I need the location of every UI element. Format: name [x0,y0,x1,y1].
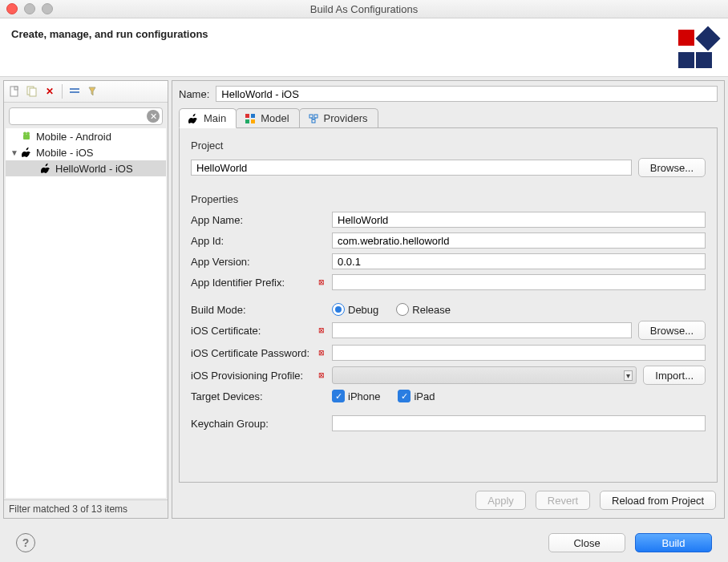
checkbox-label: iPad [414,390,435,402]
tab-main-content: Project Browse... Properties App Name: A… [179,128,718,483]
svg-rect-9 [245,114,249,118]
tab-main[interactable]: Main [179,108,237,128]
apple-icon [188,113,199,124]
help-icon[interactable]: ? [16,533,35,552]
build-button[interactable]: Build [635,533,712,552]
section-title-properties: Properties [191,193,706,205]
svg-rect-1 [14,87,18,90]
app-version-input[interactable] [332,253,706,269]
window-titlebar: Build As Configurations [0,0,728,18]
tab-providers[interactable]: Providers [299,108,378,127]
checkbox-label: iPhone [348,390,380,402]
expand-caret-icon[interactable]: ▼ [10,148,18,157]
app-id-input[interactable] [332,232,706,249]
tab-bar: Main Model Providers [179,107,718,128]
required-marker-icon: ⊠ [317,349,326,357]
close-window-icon[interactable] [6,3,18,14]
apple-icon [39,162,52,175]
target-iphone-checkbox[interactable]: ✓ iPhone [332,390,380,402]
zoom-window-icon[interactable] [42,3,53,14]
keychain-label: Keychain Group: [191,418,311,430]
radio-label: Debug [348,304,378,316]
configuration-editor: Name: Main Model [172,80,725,519]
filter-toggle-button[interactable] [85,84,99,99]
checkbox-icon: ✓ [332,390,345,402]
radio-label: Release [412,304,451,316]
svg-rect-5 [70,91,79,93]
tree-item-helloworld-ios[interactable]: HelloWorld - iOS [6,160,166,176]
svg-point-7 [23,132,26,135]
svg-point-8 [26,132,30,135]
revert-button[interactable]: Revert [536,491,590,510]
svg-rect-6 [23,135,30,139]
app-id-label: App Id: [191,235,311,247]
ios-cert-browse-button[interactable]: Browse... [638,321,706,340]
svg-rect-14 [314,115,317,118]
name-label: Name: [179,88,209,100]
ios-cert-pw-label: iOS Certificate Password: [191,347,311,359]
svg-rect-11 [245,119,249,123]
radio-icon [332,303,345,316]
clear-filter-icon[interactable]: ✕ [147,110,160,123]
dialog-footer: ? Close Build [0,522,728,562]
app-id-prefix-label: App Identifier Prefix: [191,277,311,289]
chevron-down-icon: ▾ [624,370,633,381]
tab-label: Model [261,112,289,124]
tab-label: Main [204,112,226,124]
ios-cert-input[interactable] [332,322,632,338]
new-config-button[interactable] [7,84,22,99]
tree-item-label: Mobile - iOS [36,147,94,159]
project-input[interactable] [191,160,632,176]
apply-button[interactable]: Apply [475,491,526,510]
tab-label: Providers [324,112,368,124]
app-version-label: App Version: [191,256,311,268]
tree-item-mobile-android[interactable]: Mobile - Android [6,128,166,144]
build-mode-label: Build Mode: [191,304,311,316]
ios-prov-import-button[interactable]: Import... [643,366,706,385]
configurations-tree[interactable]: Mobile - Android ▼ Mobile - iOS HelloWor… [6,128,166,498]
ios-prov-label: iOS Provisioning Profile: [191,370,311,382]
radio-icon [396,303,409,316]
section-title-project: Project [191,139,706,152]
app-name-input[interactable] [332,212,706,228]
app-id-prefix-input[interactable] [332,274,706,290]
configurations-panel: ✕ ✕ Mobile - Android [3,80,168,519]
model-icon [245,113,256,124]
brand-logo [678,26,717,68]
svg-rect-12 [251,119,255,123]
svg-rect-10 [251,114,255,118]
required-marker-icon: ⊠ [317,371,326,379]
minimize-window-icon[interactable] [24,3,35,14]
svg-rect-15 [312,119,315,123]
app-name-label: App Name: [191,214,311,226]
filter-input[interactable] [9,107,163,125]
apple-icon [20,146,33,159]
providers-icon [308,113,319,124]
ios-cert-pw-input[interactable] [332,345,706,361]
project-browse-button[interactable]: Browse... [638,158,706,177]
close-button[interactable]: Close [548,533,625,552]
configurations-toolbar: ✕ [4,81,168,103]
required-marker-icon: ⊠ [317,278,326,286]
target-ipad-checkbox[interactable]: ✓ iPad [398,390,435,402]
tree-item-mobile-ios[interactable]: ▼ Mobile - iOS [6,144,166,160]
tree-item-label: HelloWorld - iOS [55,163,133,175]
target-devices-label: Target Devices: [191,390,311,402]
editor-action-row: Apply Revert Reload from Project [179,483,718,511]
window-title: Build As Configurations [310,3,418,15]
copy-config-button[interactable] [25,84,39,99]
collapse-all-button[interactable] [67,84,82,99]
header-subtitle: Create, manage, and run configurations [11,28,208,40]
checkbox-icon: ✓ [398,390,411,402]
tab-model[interactable]: Model [236,108,299,127]
name-input[interactable] [216,86,718,102]
filter-status: Filter matched 3 of 13 items [4,499,168,518]
svg-rect-13 [309,115,313,118]
svg-rect-3 [30,88,36,96]
delete-config-button[interactable]: ✕ [42,84,57,99]
keychain-input[interactable] [332,415,706,431]
build-mode-debug-radio[interactable]: Debug [332,303,378,316]
ios-prov-select[interactable]: ▾ [332,366,637,384]
reload-from-project-button[interactable]: Reload from Project [600,491,716,510]
build-mode-release-radio[interactable]: Release [396,303,451,316]
